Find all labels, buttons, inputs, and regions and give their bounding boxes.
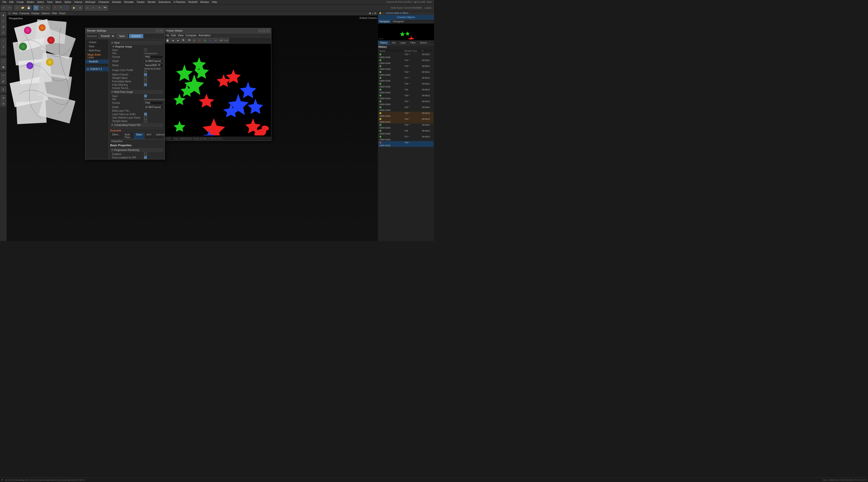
format-value[interactable]: PNG (144, 55, 163, 59)
enabled-checkbox[interactable] (144, 153, 147, 155)
rs-tab-basic[interactable]: Basic (134, 133, 144, 139)
pv-menu-animation[interactable]: Animation (198, 34, 211, 37)
history-row-717[interactable]: 717 *00:00117171800×3240 (378, 77, 434, 82)
history-row-718[interactable]: 718 *00:00117181800×3240 (378, 82, 434, 88)
menu-simulate[interactable]: Simulate (122, 1, 135, 3)
menu-window[interactable]: Window (199, 1, 211, 3)
multipass-section-hdr[interactable]: Multi-Pass Image (110, 90, 163, 94)
rs-scene-item[interactable]: ☰ 최종렌더.1 (86, 67, 108, 71)
menu-animate[interactable]: Animate (111, 1, 123, 3)
rotate-tool-btn[interactable]: ↺ (1, 44, 6, 50)
spline-btn[interactable]: ∿ (91, 5, 96, 10)
pv-menu-view[interactable]: View (178, 34, 184, 37)
pv-fit-btn[interactable]: ⊡ (192, 38, 197, 43)
navigator-tab[interactable]: Navigator (378, 20, 392, 23)
mp-save-checkbox[interactable] (144, 94, 147, 97)
history-row-727[interactable]: 727 *00:00127271800×3240 (378, 135, 434, 141)
menu-modes[interactable]: Modes (25, 1, 35, 3)
dynamics-btn[interactable]: S (1, 87, 6, 92)
mp-straight-alpha-checkbox[interactable] (144, 120, 147, 122)
history-row-719[interactable]: 71900:00127191800×3240 (378, 88, 434, 94)
stereo-tab[interactable]: Stereo (418, 41, 429, 45)
history-row-724[interactable]: 724 *00:00127241800×3240 (378, 118, 434, 123)
straight-alpha-checkbox[interactable] (144, 77, 147, 79)
rs-save-btn[interactable]: Save (117, 34, 128, 38)
info-tab[interactable]: Info (390, 41, 398, 45)
rs-minimize-btn[interactable]: — (156, 29, 159, 32)
undo-btn[interactable]: ↩ (1, 5, 6, 10)
pv-channel-a-btn[interactable]: A (213, 38, 218, 43)
compositing-section-hdr[interactable]: Compositing Project File (110, 123, 163, 127)
history-row-728[interactable]: 728 *7281800×3240 (378, 141, 434, 147)
scale-tool-btn[interactable]: ⤢ (1, 50, 6, 55)
options-menu[interactable]: Options (41, 12, 50, 15)
x-axis-btn[interactable]: X (53, 5, 58, 10)
alpha-channel-checkbox[interactable] (144, 73, 147, 76)
rs-tab-effect[interactable]: Effect... (110, 133, 123, 139)
mp-file-value[interactable]: /Render/Spr/Pass/Superpass (144, 98, 164, 101)
name-value[interactable]: Name0000.Tif (144, 63, 163, 67)
move-btn[interactable]: ✛ (33, 5, 39, 10)
dithering-checkbox[interactable] (144, 83, 147, 86)
filter-tab[interactable]: Filter (408, 41, 418, 45)
mp-format-value[interactable]: PNG (144, 101, 163, 105)
pv-ab-btn[interactable]: AB (219, 38, 224, 43)
pv-save-btn[interactable]: 💾 (165, 38, 170, 43)
pv-minimize-btn[interactable]: — (258, 29, 262, 32)
rs-tree-multipass[interactable]: - Multi-Pass (86, 49, 108, 53)
menu-xparticles[interactable]: X-Particles (172, 1, 187, 3)
premultiply-checkbox[interactable] (144, 80, 147, 83)
light-btn[interactable]: ☀ (96, 5, 102, 10)
menu-render[interactable]: Render (146, 1, 157, 3)
pv-close-btn[interactable]: × (266, 29, 270, 32)
rs-tree-save[interactable]: - Save (86, 44, 108, 49)
menu-tracker[interactable]: Tracker (135, 1, 146, 3)
menu-volume[interactable]: Volume (73, 1, 84, 3)
history-row-715[interactable]: 715 *00:00117151800×3240 (378, 65, 434, 70)
camera-btn[interactable]: 📷 (102, 5, 108, 10)
redo-btn[interactable]: ↪ (7, 5, 12, 10)
view-menu[interactable]: View (12, 12, 18, 15)
pv-maximize-btn[interactable]: □ (262, 29, 266, 32)
pv-channel-r-btn[interactable]: R (197, 38, 202, 43)
depth-value[interactable]: 16 Bit/Channel (144, 59, 163, 63)
render-region-btn[interactable]: ⊡ (78, 5, 83, 10)
save-btn[interactable]: 💾 (26, 5, 31, 10)
pv-channel-b-btn[interactable]: B (208, 38, 213, 43)
progressive-section-hdr[interactable]: Progressive Rendering (110, 148, 163, 152)
open-btn[interactable]: 📂 (20, 5, 26, 10)
pv-prev-btn[interactable]: ◀ (170, 38, 175, 43)
filter-menu[interactable]: Filter (52, 12, 57, 15)
panel-menu[interactable]: Panel (59, 12, 66, 15)
menu-edit[interactable]: Edit (8, 1, 15, 3)
rs-tab-optimization[interactable]: Optimization (154, 133, 164, 139)
render-btn[interactable]: ▶ (71, 5, 77, 10)
new-btn[interactable]: □ (14, 5, 20, 10)
history-row-725[interactable]: 725 *00:00127251800×3240 (378, 123, 434, 129)
file-field-value[interactable]: render/pic/pic (144, 52, 157, 55)
menu-extensions[interactable]: Extensions (157, 1, 172, 3)
box-select-btn[interactable]: ▣ (1, 64, 6, 69)
history-row-721[interactable]: 721 *00:00127211800×3240 (378, 100, 434, 106)
save-section-hdr[interactable]: Save (110, 41, 163, 45)
pv-menu-edit[interactable]: Edit (171, 34, 176, 37)
layer-tab[interactable]: Layer (398, 41, 408, 45)
axis-btn[interactable]: ⊚ (1, 101, 6, 106)
pv-zoom-out-btn[interactable]: 🔎 (186, 38, 191, 43)
save-checkbox[interactable] (144, 49, 147, 52)
pv-next-btn[interactable]: ▶ (176, 38, 181, 43)
pv-lut-btn[interactable]: LUT (224, 38, 229, 43)
history-row-726[interactable]: 72600:00127261800×3240 (378, 129, 434, 135)
layout-label[interactable]: Layout... (425, 7, 433, 9)
y-axis-btn[interactable]: Y (58, 5, 64, 10)
connect-objects-btn[interactable]: Connect Objects (378, 15, 434, 20)
menu-spline[interactable]: Spline (63, 1, 73, 3)
menu-file[interactable]: File (1, 1, 8, 3)
menu-redshift[interactable]: Redshift (187, 1, 199, 3)
mp-layer-suffix-checkbox[interactable] (144, 113, 147, 116)
pv-zoom-in-btn[interactable]: 🔍 (181, 38, 186, 43)
menu-tools[interactable]: Tools (45, 1, 54, 3)
history-tab[interactable]: History (378, 41, 390, 45)
select-tool-btn[interactable]: ⬚ (1, 58, 6, 64)
pv-menu-compare[interactable]: Compare (185, 34, 196, 37)
